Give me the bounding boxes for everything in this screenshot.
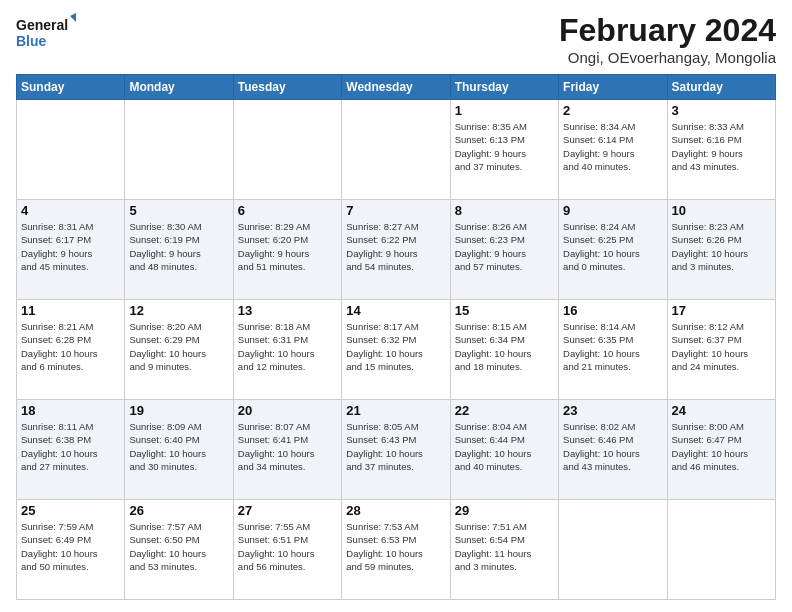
day-info: Sunrise: 8:07 AMSunset: 6:41 PMDaylight:… — [238, 420, 337, 473]
calendar-week-row: 11Sunrise: 8:21 AMSunset: 6:28 PMDayligh… — [17, 300, 776, 400]
day-number: 25 — [21, 503, 120, 518]
day-number: 10 — [672, 203, 771, 218]
day-info: Sunrise: 8:17 AMSunset: 6:32 PMDaylight:… — [346, 320, 445, 373]
day-info: Sunrise: 8:30 AMSunset: 6:19 PMDaylight:… — [129, 220, 228, 273]
day-info: Sunrise: 8:35 AMSunset: 6:13 PMDaylight:… — [455, 120, 554, 173]
day-info: Sunrise: 7:55 AMSunset: 6:51 PMDaylight:… — [238, 520, 337, 573]
day-number: 6 — [238, 203, 337, 218]
day-info: Sunrise: 8:15 AMSunset: 6:34 PMDaylight:… — [455, 320, 554, 373]
day-info: Sunrise: 7:53 AMSunset: 6:53 PMDaylight:… — [346, 520, 445, 573]
weekday-header-friday: Friday — [559, 75, 667, 100]
calendar-week-row: 4Sunrise: 8:31 AMSunset: 6:17 PMDaylight… — [17, 200, 776, 300]
calendar-week-row: 1Sunrise: 8:35 AMSunset: 6:13 PMDaylight… — [17, 100, 776, 200]
calendar-cell: 5Sunrise: 8:30 AMSunset: 6:19 PMDaylight… — [125, 200, 233, 300]
day-number: 17 — [672, 303, 771, 318]
calendar-week-row: 25Sunrise: 7:59 AMSunset: 6:49 PMDayligh… — [17, 500, 776, 600]
day-info: Sunrise: 8:20 AMSunset: 6:29 PMDaylight:… — [129, 320, 228, 373]
calendar-week-row: 18Sunrise: 8:11 AMSunset: 6:38 PMDayligh… — [17, 400, 776, 500]
day-number: 12 — [129, 303, 228, 318]
day-number: 20 — [238, 403, 337, 418]
calendar-cell: 26Sunrise: 7:57 AMSunset: 6:50 PMDayligh… — [125, 500, 233, 600]
day-number: 27 — [238, 503, 337, 518]
day-number: 5 — [129, 203, 228, 218]
calendar-cell: 17Sunrise: 8:12 AMSunset: 6:37 PMDayligh… — [667, 300, 775, 400]
day-number: 28 — [346, 503, 445, 518]
logo-svg: General Blue — [16, 12, 76, 54]
calendar-table: SundayMondayTuesdayWednesdayThursdayFrid… — [16, 74, 776, 600]
subtitle: Ongi, OEvoerhangay, Mongolia — [559, 49, 776, 66]
day-number: 2 — [563, 103, 662, 118]
calendar-cell: 6Sunrise: 8:29 AMSunset: 6:20 PMDaylight… — [233, 200, 341, 300]
calendar-cell: 7Sunrise: 8:27 AMSunset: 6:22 PMDaylight… — [342, 200, 450, 300]
calendar-cell: 8Sunrise: 8:26 AMSunset: 6:23 PMDaylight… — [450, 200, 558, 300]
day-number: 13 — [238, 303, 337, 318]
day-info: Sunrise: 8:14 AMSunset: 6:35 PMDaylight:… — [563, 320, 662, 373]
day-number: 11 — [21, 303, 120, 318]
day-number: 1 — [455, 103, 554, 118]
day-number: 23 — [563, 403, 662, 418]
weekday-header-monday: Monday — [125, 75, 233, 100]
weekday-header-row: SundayMondayTuesdayWednesdayThursdayFrid… — [17, 75, 776, 100]
calendar-cell — [125, 100, 233, 200]
day-info: Sunrise: 8:27 AMSunset: 6:22 PMDaylight:… — [346, 220, 445, 273]
calendar-cell: 27Sunrise: 7:55 AMSunset: 6:51 PMDayligh… — [233, 500, 341, 600]
day-info: Sunrise: 8:21 AMSunset: 6:28 PMDaylight:… — [21, 320, 120, 373]
day-info: Sunrise: 8:09 AMSunset: 6:40 PMDaylight:… — [129, 420, 228, 473]
svg-text:Blue: Blue — [16, 33, 47, 49]
calendar-cell: 20Sunrise: 8:07 AMSunset: 6:41 PMDayligh… — [233, 400, 341, 500]
day-info: Sunrise: 8:12 AMSunset: 6:37 PMDaylight:… — [672, 320, 771, 373]
day-number: 18 — [21, 403, 120, 418]
day-info: Sunrise: 8:05 AMSunset: 6:43 PMDaylight:… — [346, 420, 445, 473]
calendar-cell: 12Sunrise: 8:20 AMSunset: 6:29 PMDayligh… — [125, 300, 233, 400]
calendar-cell: 2Sunrise: 8:34 AMSunset: 6:14 PMDaylight… — [559, 100, 667, 200]
day-number: 14 — [346, 303, 445, 318]
calendar-cell — [559, 500, 667, 600]
day-info: Sunrise: 8:18 AMSunset: 6:31 PMDaylight:… — [238, 320, 337, 373]
day-number: 3 — [672, 103, 771, 118]
day-number: 19 — [129, 403, 228, 418]
calendar-cell: 9Sunrise: 8:24 AMSunset: 6:25 PMDaylight… — [559, 200, 667, 300]
calendar-cell — [17, 100, 125, 200]
day-number: 8 — [455, 203, 554, 218]
calendar-cell: 15Sunrise: 8:15 AMSunset: 6:34 PMDayligh… — [450, 300, 558, 400]
day-number: 4 — [21, 203, 120, 218]
calendar-cell: 11Sunrise: 8:21 AMSunset: 6:28 PMDayligh… — [17, 300, 125, 400]
day-info: Sunrise: 8:24 AMSunset: 6:25 PMDaylight:… — [563, 220, 662, 273]
page: General Blue February 2024 Ongi, OEvoerh… — [0, 0, 792, 612]
calendar-cell — [233, 100, 341, 200]
weekday-header-saturday: Saturday — [667, 75, 775, 100]
day-number: 24 — [672, 403, 771, 418]
day-info: Sunrise: 8:04 AMSunset: 6:44 PMDaylight:… — [455, 420, 554, 473]
calendar-cell: 18Sunrise: 8:11 AMSunset: 6:38 PMDayligh… — [17, 400, 125, 500]
day-number: 16 — [563, 303, 662, 318]
day-info: Sunrise: 8:23 AMSunset: 6:26 PMDaylight:… — [672, 220, 771, 273]
day-info: Sunrise: 8:00 AMSunset: 6:47 PMDaylight:… — [672, 420, 771, 473]
calendar-cell — [667, 500, 775, 600]
day-info: Sunrise: 7:59 AMSunset: 6:49 PMDaylight:… — [21, 520, 120, 573]
calendar-cell: 1Sunrise: 8:35 AMSunset: 6:13 PMDaylight… — [450, 100, 558, 200]
day-info: Sunrise: 7:51 AMSunset: 6:54 PMDaylight:… — [455, 520, 554, 573]
svg-text:General: General — [16, 17, 68, 33]
calendar-cell: 14Sunrise: 8:17 AMSunset: 6:32 PMDayligh… — [342, 300, 450, 400]
calendar-cell: 24Sunrise: 8:00 AMSunset: 6:47 PMDayligh… — [667, 400, 775, 500]
day-info: Sunrise: 8:31 AMSunset: 6:17 PMDaylight:… — [21, 220, 120, 273]
calendar-cell: 10Sunrise: 8:23 AMSunset: 6:26 PMDayligh… — [667, 200, 775, 300]
day-number: 15 — [455, 303, 554, 318]
day-number: 26 — [129, 503, 228, 518]
day-number: 29 — [455, 503, 554, 518]
svg-marker-2 — [70, 12, 76, 24]
day-info: Sunrise: 8:11 AMSunset: 6:38 PMDaylight:… — [21, 420, 120, 473]
day-info: Sunrise: 8:02 AMSunset: 6:46 PMDaylight:… — [563, 420, 662, 473]
header: General Blue February 2024 Ongi, OEvoerh… — [16, 12, 776, 66]
calendar-cell: 13Sunrise: 8:18 AMSunset: 6:31 PMDayligh… — [233, 300, 341, 400]
calendar-cell: 22Sunrise: 8:04 AMSunset: 6:44 PMDayligh… — [450, 400, 558, 500]
day-info: Sunrise: 8:34 AMSunset: 6:14 PMDaylight:… — [563, 120, 662, 173]
weekday-header-thursday: Thursday — [450, 75, 558, 100]
day-number: 21 — [346, 403, 445, 418]
calendar-cell: 19Sunrise: 8:09 AMSunset: 6:40 PMDayligh… — [125, 400, 233, 500]
day-number: 9 — [563, 203, 662, 218]
calendar-cell: 21Sunrise: 8:05 AMSunset: 6:43 PMDayligh… — [342, 400, 450, 500]
day-info: Sunrise: 8:26 AMSunset: 6:23 PMDaylight:… — [455, 220, 554, 273]
calendar-cell: 23Sunrise: 8:02 AMSunset: 6:46 PMDayligh… — [559, 400, 667, 500]
day-info: Sunrise: 8:29 AMSunset: 6:20 PMDaylight:… — [238, 220, 337, 273]
